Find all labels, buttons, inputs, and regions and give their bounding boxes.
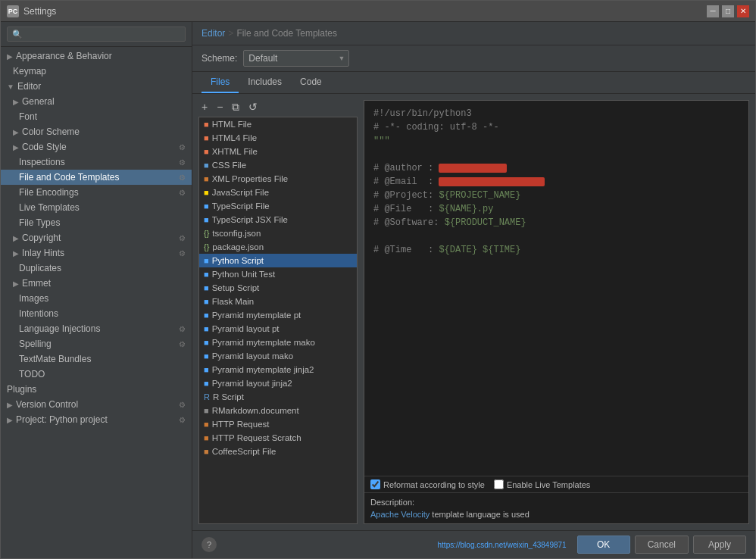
file-list-item[interactable]: ■ HTTP Request [199,417,357,431]
sidebar-item-copyright[interactable]: ▶Copyright⚙ [1,230,192,245]
ts-file-icon: ■ [204,201,209,211]
file-name: CoffeeScript File [212,447,276,456]
file-list-item[interactable]: ■ HTML4 File [199,131,357,145]
sidebar-item-inlay-hints[interactable]: ▶Inlay Hints⚙ [1,245,192,261]
search-input[interactable] [7,27,186,42]
sidebar-item-inspections[interactable]: Inspections⚙ [1,155,192,170]
ok-button[interactable]: OK [577,536,630,554]
file-list-item[interactable]: ■ XHTML File [199,145,357,158]
sidebar-item-label: Images [19,293,48,304]
sidebar-item-textmate-bundles[interactable]: TextMate Bundles [1,351,192,367]
sidebar-item-label: Intentions [19,308,58,319]
apply-button[interactable]: Apply [693,536,746,554]
sidebar-item-file-templates[interactable]: File and Code Templates⚙ [1,170,192,185]
file-name: Pyramid layout pt [212,324,280,333]
sidebar-item-font[interactable]: Font [1,109,192,124]
sidebar-item-language-injections[interactable]: Language Injections⚙ [1,321,192,336]
py-file-icon: ■ [204,311,209,320]
window-title: Settings [23,6,56,17]
file-list-item[interactable]: ■ Pyramid mytemplate jinja2 [199,363,357,376]
sidebar-item-version-control[interactable]: ▶Version Control⚙ [1,397,192,412]
sidebar-item-general[interactable]: ▶General [1,94,192,109]
file-list-item[interactable]: ■ Pyramid layout mako [199,349,357,363]
file-list-item[interactable]: ■ XML Properties File [199,172,357,186]
file-list-item[interactable]: ■ TypeScript File [199,199,357,213]
file-name: HTML4 File [212,133,257,142]
sidebar-item-file-types[interactable]: File Types [1,215,192,230]
sidebar-item-plugins[interactable]: Plugins [1,382,192,397]
file-list-item[interactable]: ■ TypeScript JSX File [199,213,357,226]
copy-template-button[interactable]: ⧉ [229,100,242,114]
sidebar-item-spelling[interactable]: Spelling⚙ [1,336,192,351]
sidebar-item-todo[interactable]: TODO [1,367,192,382]
help-button[interactable]: ? [201,537,217,552]
file-list-item[interactable]: ■ CSS File [199,158,357,172]
breadcrumb-editor[interactable]: Editor [201,28,225,39]
file-list-item[interactable]: ■ RMarkdown.document [199,404,357,417]
py-file-icon: ■ [204,338,209,347]
file-list-item[interactable]: ■ Pyramid layout jinja2 [199,376,357,390]
sidebar-item-project-python[interactable]: ▶Project: Python project⚙ [1,412,192,427]
file-list-item[interactable]: ■ JavaScript File [199,186,357,199]
file-list-item[interactable]: ■ Python Script [199,254,357,267]
sidebar-item-appearance[interactable]: ▶Appearance & Behavior [1,48,192,64]
sidebar-item-label: Editor [17,81,41,92]
tab-includes[interactable]: Includes [239,72,291,93]
live-templates-checkbox[interactable] [494,479,504,489]
reformat-checkbox[interactable] [370,479,380,489]
sidebar-item-intentions[interactable]: Intentions [1,306,192,321]
sidebar-item-label: Inspections [19,157,65,167]
file-name: Pyramid mytemplate pt [212,311,301,320]
velocity-link[interactable]: Apache Velocity [370,510,430,519]
close-button[interactable]: ✕ [737,5,749,17]
maximize-button[interactable]: □ [722,5,734,17]
http-file-icon: ■ [204,433,209,442]
file-name: HTTP Request [212,420,270,429]
code-line-6: # @Email : [373,175,739,189]
file-name: TypeScript File [212,201,270,211]
add-template-button[interactable]: + [198,100,211,114]
sidebar-item-images[interactable]: Images [1,291,192,306]
file-list-item[interactable]: R R Script [199,390,357,404]
sidebar-item-live-templates[interactable]: Live Templates [1,200,192,215]
sidebar-item-color-scheme[interactable]: ▶Color Scheme [1,124,192,139]
bottom-bar: ? https://blog.csdn.net/weixin_43849871 … [192,530,755,558]
file-list-item[interactable]: ■ Flask Main [199,295,357,308]
file-list-item[interactable]: ■ Pyramid mytemplate mako [199,336,357,349]
sidebar-item-duplicates[interactable]: Duplicates [1,261,192,276]
minimize-button[interactable]: ─ [707,5,719,17]
file-list-item[interactable]: ■ CoffeeScript File [199,445,357,458]
file-list-item[interactable]: {} tsconfig.json [199,226,357,240]
sidebar-item-label: Duplicates [19,263,61,273]
tab-files[interactable]: Files [201,72,239,93]
code-line-3: """ [373,134,739,148]
file-name: Pyramid mytemplate mako [212,338,315,347]
cancel-button[interactable]: Cancel [635,536,689,554]
live-templates-checkbox-label[interactable]: Enable Live Templates [494,479,590,489]
file-list-item[interactable]: ■ Setup Script [199,281,357,295]
sidebar-item-code-style[interactable]: ▶Code Style⚙ [1,139,192,155]
code-content[interactable]: #!/usr/bin/python3 # -*- coding: utf-8 -… [364,101,748,476]
tab-code[interactable]: Code [291,72,331,93]
sidebar-item-keymap[interactable]: Keymap [1,64,192,79]
css-file-icon: ■ [204,161,209,170]
sidebar-item-emmet[interactable]: ▶Emmet [1,276,192,291]
settings-icon: ⚙ [179,249,186,258]
file-list-item[interactable]: {} package.json [199,240,357,254]
reformat-checkbox-label[interactable]: Reformat according to style [370,479,485,489]
file-list-item[interactable]: ■ HTTP Request Scratch [199,431,357,445]
file-list-item[interactable]: ■ Python Unit Test [199,267,357,281]
sidebar-item-file-encodings[interactable]: File Encodings⚙ [1,185,192,200]
reset-template-button[interactable]: ↺ [245,100,261,114]
main-content: ▶Appearance & BehaviorKeymap▼Editor▶Gene… [1,22,755,558]
remove-template-button[interactable]: − [214,100,226,114]
sidebar-item-label: Language Injections [19,323,100,334]
file-list-item[interactable]: ■ HTML File [199,117,357,131]
watermark: https://blog.csdn.net/weixin_43849871 [221,541,567,549]
sidebar: ▶Appearance & BehaviorKeymap▼Editor▶Gene… [1,22,192,558]
file-list-item[interactable]: ■ Pyramid layout pt [199,322,357,336]
file-list-item[interactable]: ■ Pyramid mytemplate pt [199,308,357,322]
breadcrumb-current: File and Code Templates [236,28,337,39]
scheme-select[interactable]: Default [243,50,349,67]
sidebar-item-editor[interactable]: ▼Editor [1,79,192,94]
